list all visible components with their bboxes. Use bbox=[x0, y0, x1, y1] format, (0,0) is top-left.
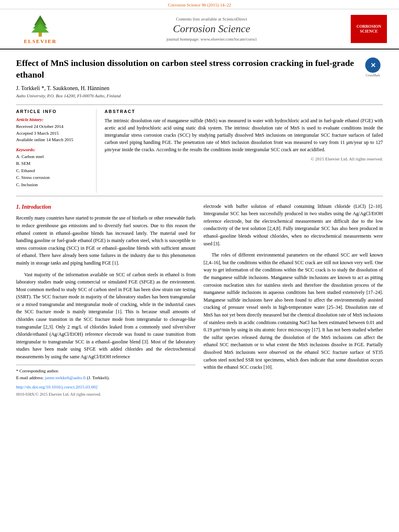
body-columns: 1. Introduction Recently many countries … bbox=[16, 203, 383, 398]
doi-line: http://dx.doi.org/10.1016/j.corsci.2015.… bbox=[16, 384, 195, 390]
keywords-label: Keywords: bbox=[16, 147, 90, 152]
intro-para-2: Vast majority of the information availab… bbox=[16, 271, 195, 361]
intro-section-title: 1. Introduction bbox=[16, 203, 195, 212]
divider-2 bbox=[16, 196, 383, 196]
body-col-right: electrode with buffer solution of ethano… bbox=[204, 203, 383, 398]
article-meta-section: ARTICLE INFO Article history: Received 2… bbox=[16, 109, 383, 192]
journal-homepage: journal homepage: www.elsevier.com/locat… bbox=[72, 37, 351, 41]
badge-title: CORROSIONSCIENCE bbox=[356, 24, 381, 34]
keyword-5: C. Inclusion bbox=[16, 181, 90, 189]
keywords-list: A. Carbon steel B. SEM C. Ethanol C. Str… bbox=[16, 153, 90, 189]
svg-rect-0 bbox=[39, 33, 42, 37]
email-line: E-mail address: janne.torkkeli@aalto.fi … bbox=[16, 374, 195, 381]
corrosion-science-badge: CORROSIONSCIENCE bbox=[351, 15, 387, 43]
history-block: Article history: Received 24 October 201… bbox=[16, 117, 90, 143]
journal-reference-text: Corrosion Science 96 (2015) 14–22 bbox=[168, 2, 231, 7]
crossmark-icon: ✕ bbox=[365, 58, 380, 73]
article-info-heading: ARTICLE INFO bbox=[16, 109, 90, 114]
email-link[interactable]: janne.torkkeli@aalto.fi bbox=[45, 375, 86, 380]
title-section: Effect of MnS inclusion dissolution on c… bbox=[16, 58, 383, 80]
issn-line: 0010-938X/© 2015 Elsevier Ltd. All right… bbox=[16, 391, 195, 398]
history-label: Article history: bbox=[16, 117, 90, 122]
keyword-1: A. Carbon steel bbox=[16, 153, 90, 160]
corresponding-text: * Corresponding author. bbox=[16, 368, 59, 373]
intro-para-1: Recently many countries have started to … bbox=[16, 214, 195, 267]
received-date: Received 24 October 2014 bbox=[16, 123, 90, 130]
journal-header: ELSEVIER Contents lists available at Sci… bbox=[0, 9, 399, 49]
footnote-area: * Corresponding author. E-mail address: … bbox=[16, 365, 195, 398]
article-content: Effect of MnS inclusion dissolution on c… bbox=[0, 49, 399, 405]
copyright: © 2015 Elsevier Ltd. All rights reserved… bbox=[105, 156, 383, 161]
divider-1 bbox=[16, 105, 383, 105]
keyword-2: B. SEM bbox=[16, 160, 90, 167]
abstract-section: ABSTRACT The intrinsic dissolution rate … bbox=[105, 109, 383, 192]
available-date: Available online 14 March 2015 bbox=[16, 136, 90, 143]
affiliation: Aalto University, P.O. Box 14200, FI-000… bbox=[16, 93, 383, 98]
journal-badge-area: CORROSIONSCIENCE bbox=[351, 15, 391, 43]
sciencedirect-line: Contents lists available at ScienceDirec… bbox=[72, 16, 351, 21]
authors: J. Torkkeli *, T. Saukkonen, H. Hänninen bbox=[16, 85, 383, 92]
doi-text: http://dx.doi.org/10.1016/j.corsci.2015.… bbox=[16, 384, 98, 389]
intro-para-3: electrode with buffer solution of ethano… bbox=[204, 203, 383, 248]
keywords-block: Keywords: A. Carbon steel B. SEM C. Etha… bbox=[16, 147, 90, 189]
keyword-3: C. Ethanol bbox=[16, 167, 90, 175]
email-label: E-mail address: bbox=[16, 375, 44, 380]
accepted-date: Accepted 3 March 2015 bbox=[16, 130, 90, 137]
article-info: ARTICLE INFO Article history: Received 2… bbox=[16, 109, 97, 192]
journal-name: Corrosion Science bbox=[72, 23, 351, 35]
email-suffix: (J. Torkkeli). bbox=[87, 375, 110, 380]
intro-para-4: The roles of different environmental par… bbox=[204, 251, 383, 371]
publisher-logo: ELSEVIER bbox=[8, 13, 72, 45]
elsevier-tree-icon bbox=[24, 13, 56, 37]
article-title: Effect of MnS inclusion dissolution on c… bbox=[16, 58, 359, 80]
elsevier-label: ELSEVIER bbox=[24, 38, 57, 45]
elsevier-logo: ELSEVIER bbox=[24, 13, 57, 45]
abstract-heading: ABSTRACT bbox=[105, 109, 383, 114]
crossmark-label: CrossMark bbox=[366, 74, 380, 77]
keyword-4: C. Stress corrosion bbox=[16, 174, 90, 181]
crossmark-area: ✕ CrossMark bbox=[363, 58, 383, 77]
abstract-text: The intrinsic dissolution rate of mangan… bbox=[105, 117, 383, 153]
sciencedirect-text: Contents lists available at ScienceDirec… bbox=[176, 16, 247, 21]
body-col-left: 1. Introduction Recently many countries … bbox=[16, 203, 195, 398]
corresponding-note: * Corresponding author. bbox=[16, 368, 195, 374]
journal-title-area: Contents lists available at ScienceDirec… bbox=[72, 16, 351, 41]
author-names: J. Torkkeli *, T. Saukkonen, H. Hänninen bbox=[16, 85, 109, 91]
journal-reference-bar: Corrosion Science 96 (2015) 14–22 bbox=[0, 0, 399, 9]
